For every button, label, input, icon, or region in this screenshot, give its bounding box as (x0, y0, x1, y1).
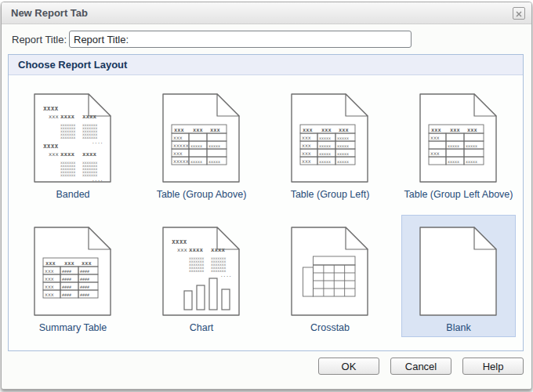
svg-text:xxxxx: xxxxx (319, 143, 331, 148)
layout-tile-label: Crosstab (310, 322, 350, 333)
dialog-buttons: OK Cancel Help (2, 358, 524, 375)
svg-text:####: #### (80, 277, 89, 281)
summary-table-icon: xxxxxxxxxxxx########xxx########xxx######… (34, 227, 112, 316)
banded-icon: xxxxxxxxxxxxxxxxxxxxxxxxxxxxxxxxxxxxxxxx… (34, 93, 112, 183)
svg-text:####: #### (80, 292, 89, 297)
svg-text:xxxxx: xxxxx (337, 143, 349, 148)
layout-tile-label: Table (Group Left) (291, 189, 370, 200)
dialog-title: New Report Tab (11, 7, 88, 19)
svg-text:xxx: xxx (173, 135, 183, 141)
svg-text:xxxxx: xxxxx (173, 158, 189, 165)
layout-tile-label: Banded (56, 189, 89, 200)
svg-text:xxx: xxx (430, 135, 440, 141)
table-group-above-icon: xxxxxxxxxxxxxxxxxxxxxxxxxxxxxxxxxxxxxxxx… (162, 93, 241, 183)
svg-text:xxxxx: xxxxx (337, 136, 349, 140)
svg-text:xxxxx: xxxxx (466, 159, 477, 164)
svg-text:xxx: xxx (45, 260, 56, 267)
svg-text:xxxx: xxxx (43, 143, 58, 150)
layout-tile-label: Table (Group Left Above) (404, 189, 513, 200)
svg-text:xxxx: xxxx (82, 151, 97, 158)
new-report-tab-dialog: New Report Tab Report Title: Choose Repo… (1, 2, 532, 390)
svg-text:....: .... (220, 272, 231, 278)
layout-tile-chart[interactable]: xxxxxxxxxxxxxxxxxxxxxxxxxxxxxxxxxxxxxxxx… (144, 215, 259, 337)
svg-text:xxxx: xxxx (211, 246, 226, 253)
close-button[interactable] (513, 7, 525, 20)
svg-text:xxx: xxx (49, 151, 59, 158)
svg-text:xxx: xxx (174, 127, 184, 133)
layout-tile-label: Blank (446, 322, 470, 333)
svg-text:xxx: xxx (321, 127, 332, 133)
table-group-left-icon: xxxxxxxxxxxxxxxxxxxxxxxxxxxxxxxxxxxxxxxx… (291, 93, 369, 183)
layout-tile-table-group-left-above[interactable]: xxxxxxxxxxxxxxxxxxxxxxxxxxxxxxxxxxx Tabl… (401, 82, 516, 204)
svg-text:xxx: xxx (430, 151, 440, 157)
layout-tile-table-group-left[interactable]: xxxxxxxxxxxxxxxxxxxxxxxxxxxxxxxxxxxxxxxx… (273, 82, 387, 204)
layout-tile-table-group-above[interactable]: xxxxxxxxxxxxxxxxxxxxxxxxxxxxxxxxxxxxxxxx… (144, 82, 259, 204)
svg-text:####: #### (80, 285, 89, 289)
svg-text:....: .... (92, 139, 103, 144)
svg-text:xxxxx: xxxxx (337, 159, 349, 164)
svg-text:####: #### (80, 269, 89, 274)
svg-text:xxxxx: xxxxx (466, 143, 477, 148)
svg-text:xxx: xxx (49, 114, 59, 120)
svg-text:xxxxxxx: xxxxxxx (60, 173, 76, 177)
crosstab-icon (291, 227, 369, 316)
svg-text:xxx: xxx (303, 127, 313, 133)
report-title-input[interactable] (69, 31, 412, 48)
dialog-titlebar[interactable]: New Report Tab (2, 2, 531, 24)
svg-text:xxxxxxx: xxxxxxx (189, 269, 205, 273)
close-icon (516, 8, 522, 20)
svg-text:xxxx: xxxx (172, 238, 187, 245)
svg-text:xxxxx: xxxxx (173, 143, 189, 149)
cancel-button[interactable]: Cancel (390, 358, 451, 375)
svg-text:xxx: xxx (302, 158, 311, 165)
svg-text:xxxx: xxxx (60, 151, 75, 158)
layout-tile-banded[interactable]: xxxxxxxxxxxxxxxxxxxxxxxxxxxxxxxxxxxxxxxx… (16, 82, 130, 204)
svg-text:xxx: xxx (193, 127, 203, 133)
svg-text:xxxxx: xxxxx (448, 143, 459, 148)
svg-text:xxxx: xxxx (189, 246, 204, 253)
svg-text:xxxx: xxxx (60, 113, 75, 120)
svg-text:####: #### (62, 269, 71, 274)
panel-heading: Choose Report Layout (9, 55, 523, 75)
svg-text:xxx: xxx (45, 292, 54, 298)
svg-text:....: .... (92, 176, 103, 182)
svg-text:xxx: xxx (339, 127, 349, 133)
svg-text:xxx: xxx (302, 151, 311, 157)
report-title-label: Report Title: (12, 34, 67, 45)
svg-text:xxxxx: xxxxx (190, 159, 202, 164)
svg-text:xxx: xxx (82, 260, 92, 267)
svg-text:xxx: xxx (64, 260, 74, 267)
svg-text:xxxxx: xxxxx (208, 159, 220, 164)
svg-text:xxxxx: xxxxx (319, 151, 331, 156)
layout-tile-label: Table (Group Above) (157, 189, 247, 200)
help-button[interactable]: Help (462, 358, 524, 375)
blank-icon (419, 227, 498, 316)
svg-text:xxx: xxx (177, 247, 187, 253)
svg-text:xxxxx: xxxxx (337, 151, 349, 156)
layout-tile-label: Chart (190, 322, 214, 333)
layout-tile-crosstab[interactable]: Crosstab (273, 215, 387, 337)
svg-text:####: #### (62, 285, 71, 289)
svg-text:xxx: xxx (431, 127, 441, 133)
choose-report-layout-panel: Choose Report Layout xxxxxxxxxxxxxxxxxxx… (8, 54, 524, 351)
svg-text:xxxxx: xxxxx (319, 159, 331, 164)
layout-tile-blank[interactable]: Blank (401, 215, 516, 337)
layout-tile-label: Summary Table (39, 322, 107, 333)
svg-text:xxx: xxx (210, 127, 220, 133)
svg-text:xxxxx: xxxxx (208, 143, 220, 148)
svg-text:xxx: xxx (302, 135, 311, 141)
svg-text:xxx: xxx (302, 143, 311, 149)
svg-text:xxx: xxx (450, 127, 460, 133)
layout-grid: xxxxxxxxxxxxxxxxxxxxxxxxxxxxxxxxxxxxxxxx… (9, 75, 523, 342)
svg-text:####: #### (62, 277, 71, 281)
chart-icon: xxxxxxxxxxxxxxxxxxxxxxxxxxxxxxxxxxxxxxxx… (162, 227, 241, 316)
ok-button[interactable]: OK (318, 358, 379, 375)
svg-text:xxx: xxx (173, 151, 183, 157)
svg-text:xxx: xxx (45, 276, 54, 282)
layout-tile-summary-table[interactable]: xxxxxxxxxxxx########xxx########xxx######… (16, 215, 130, 337)
svg-text:xxxx: xxxx (43, 105, 58, 112)
svg-text:xxxxxxx: xxxxxxx (60, 136, 76, 140)
svg-text:xxxxx: xxxxx (190, 143, 202, 148)
svg-text:xxxxx: xxxxx (319, 136, 331, 140)
svg-text:####: #### (62, 292, 71, 297)
